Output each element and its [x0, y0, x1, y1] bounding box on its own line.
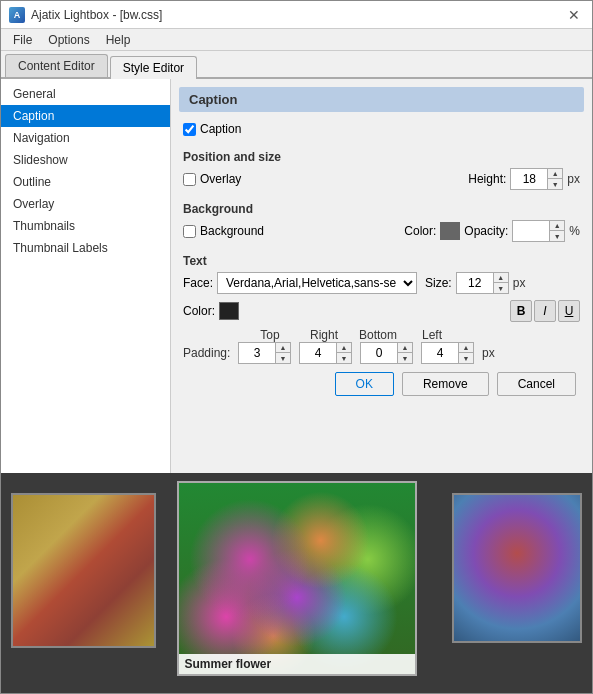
left-label: Left [405, 328, 459, 342]
size-down-button[interactable]: ▼ [494, 283, 508, 293]
padding-label: Padding: [183, 346, 238, 360]
thumbnail-caption: Summer flower [179, 654, 415, 674]
padding-right-up[interactable]: ▲ [337, 343, 351, 353]
overlay-checkbox[interactable] [183, 173, 196, 186]
opacity-spinner: ▲ ▼ [512, 220, 565, 242]
ok-button[interactable]: OK [335, 372, 394, 396]
app-icon: A [9, 7, 25, 23]
caption-checkbox-label: Caption [200, 122, 241, 136]
background-label: Background [200, 224, 264, 238]
height-label: Height: [468, 172, 506, 186]
editor-panel: Caption Caption Position and size Overla… [171, 79, 592, 473]
padding-left-spinner: ▲ ▼ [421, 342, 474, 364]
caption-checkbox[interactable] [183, 123, 196, 136]
text-color-row: Color: B I U [179, 300, 584, 322]
main-content: General Caption Navigation Slideshow Out… [1, 79, 592, 473]
preview-area: Summer flower [1, 473, 592, 693]
sidebar-item-general[interactable]: General [1, 83, 170, 105]
padding-top-down[interactable]: ▼ [276, 353, 290, 363]
height-px-label: px [567, 172, 580, 186]
tab-bar: Content Editor Style Editor [1, 51, 592, 79]
title-bar: A Ajatix Lightbox - [bw.css] ✕ [1, 1, 592, 29]
padding-top-input[interactable] [239, 343, 275, 363]
size-label: Size: [425, 276, 452, 290]
overlay-height-row: Overlay Height: ▲ ▼ px [179, 168, 584, 190]
menu-file[interactable]: File [5, 31, 40, 49]
height-down-button[interactable]: ▼ [548, 179, 562, 189]
height-spinner-buttons: ▲ ▼ [547, 169, 562, 189]
bold-button[interactable]: B [510, 300, 532, 322]
padding-inputs: Padding: ▲ ▼ ▲ ▼ [183, 342, 580, 364]
color-label: Color: [404, 224, 436, 238]
window-title: Ajatix Lightbox - [bw.css] [31, 8, 564, 22]
cancel-button[interactable]: Cancel [497, 372, 576, 396]
opacity-input[interactable] [513, 221, 549, 241]
bottom-label: Bottom [351, 328, 405, 342]
padding-right-down[interactable]: ▼ [337, 353, 351, 363]
menu-options[interactable]: Options [40, 31, 97, 49]
thumbnail-center-image [179, 483, 415, 674]
right-label: Right [297, 328, 351, 342]
padding-left-down[interactable]: ▼ [459, 353, 473, 363]
background-title: Background [183, 202, 580, 216]
menu-bar: File Options Help [1, 29, 592, 51]
thumbnail-left-image [13, 495, 154, 646]
sidebar-item-thumbnail-labels[interactable]: Thumbnail Labels [1, 237, 170, 259]
size-spinner-buttons: ▲ ▼ [493, 273, 508, 293]
padding-right-spinner-btns: ▲ ▼ [336, 343, 351, 363]
text-color-box[interactable] [219, 302, 239, 320]
opacity-up-button[interactable]: ▲ [550, 221, 564, 231]
thumbnail-right-image [454, 495, 580, 641]
top-label: Top [243, 328, 297, 342]
opacity-down-button[interactable]: ▼ [550, 231, 564, 241]
padding-bottom-spinner: ▲ ▼ [360, 342, 413, 364]
padding-top-up[interactable]: ▲ [276, 343, 290, 353]
sidebar-item-outline[interactable]: Outline [1, 171, 170, 193]
action-buttons: OK Remove Cancel [179, 364, 584, 400]
panel-header: Caption [179, 87, 584, 112]
height-input[interactable] [511, 169, 547, 189]
padding-right-input[interactable] [300, 343, 336, 363]
sidebar-item-navigation[interactable]: Navigation [1, 127, 170, 149]
sidebar-item-overlay[interactable]: Overlay [1, 193, 170, 215]
menu-help[interactable]: Help [98, 31, 139, 49]
padding-px-label: px [482, 346, 495, 360]
padding-bottom-down[interactable]: ▼ [398, 353, 412, 363]
padding-section: Top Right Bottom Left Padding: ▲ ▼ [179, 328, 584, 364]
padding-bottom-input[interactable] [361, 343, 397, 363]
main-window: A Ajatix Lightbox - [bw.css] ✕ File Opti… [0, 0, 593, 694]
padding-left-up[interactable]: ▲ [459, 343, 473, 353]
padding-bottom-up[interactable]: ▲ [398, 343, 412, 353]
thumbnail-right [452, 493, 582, 643]
tab-style-editor[interactable]: Style Editor [110, 56, 197, 79]
sidebar-item-thumbnails[interactable]: Thumbnails [1, 215, 170, 237]
text-title: Text [183, 254, 580, 268]
close-button[interactable]: ✕ [564, 5, 584, 25]
overlay-label: Overlay [200, 172, 241, 186]
caption-checkbox-group: Caption [179, 120, 584, 138]
size-up-button[interactable]: ▲ [494, 273, 508, 283]
background-row: Background Color: Opacity: ▲ ▼ % [179, 220, 584, 242]
padding-left-spinner-btns: ▲ ▼ [458, 343, 473, 363]
padding-right-spinner: ▲ ▼ [299, 342, 352, 364]
height-spinner: ▲ ▼ [510, 168, 563, 190]
opacity-label: Opacity: [464, 224, 508, 238]
underline-button[interactable]: U [558, 300, 580, 322]
sidebar: General Caption Navigation Slideshow Out… [1, 79, 171, 473]
padding-top-spinner-btns: ▲ ▼ [275, 343, 290, 363]
italic-button[interactable]: I [534, 300, 556, 322]
sidebar-item-slideshow[interactable]: Slideshow [1, 149, 170, 171]
remove-button[interactable]: Remove [402, 372, 489, 396]
tab-content-editor[interactable]: Content Editor [5, 54, 108, 77]
sidebar-item-caption[interactable]: Caption [1, 105, 170, 127]
height-up-button[interactable]: ▲ [548, 169, 562, 179]
padding-left-input[interactable] [422, 343, 458, 363]
size-input[interactable] [457, 273, 493, 293]
font-select[interactable]: Verdana,Arial,Helvetica,sans-serif Arial… [217, 272, 417, 294]
padding-top-spinner: ▲ ▼ [238, 342, 291, 364]
background-color-box[interactable] [440, 222, 460, 240]
font-face-row: Face: Verdana,Arial,Helvetica,sans-serif… [179, 272, 584, 294]
background-checkbox[interactable] [183, 225, 196, 238]
size-px-label: px [513, 276, 526, 290]
size-spinner: ▲ ▼ [456, 272, 509, 294]
